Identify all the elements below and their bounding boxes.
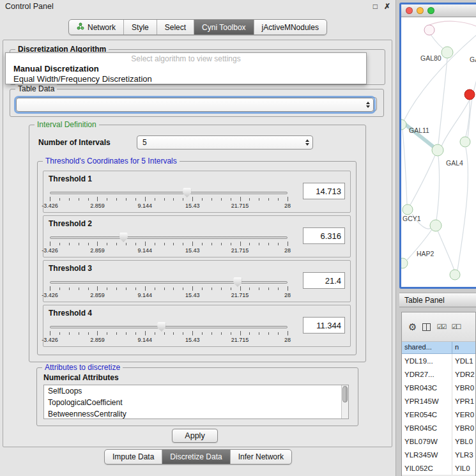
threshold-value-field[interactable]: 14.713: [303, 183, 345, 199]
table-cell-name[interactable]: YLR3: [452, 448, 475, 461]
network-node[interactable]: [441, 47, 453, 58]
threshold-1-slider[interactable]: -3.4262.8599.14415.4321.71528: [50, 188, 288, 211]
table-cell-shared-name[interactable]: YDR27...: [402, 367, 452, 381]
tab-style[interactable]: Style: [123, 20, 157, 35]
network-node[interactable]: [460, 137, 470, 147]
threshold-2-slider[interactable]: -3.4262.8599.14415.4321.71528: [50, 233, 288, 256]
threshold-value-field[interactable]: 21.4: [303, 272, 345, 289]
threshold-label: Threshold 3: [49, 264, 92, 273]
minimize-traffic-light[interactable]: [417, 7, 424, 14]
threshold-value-field[interactable]: 11.344: [303, 317, 345, 334]
table-row[interactable]: YBR045CYBR0: [402, 421, 475, 434]
algorithm-option-manual[interactable]: Manual Discretization: [6, 64, 366, 74]
network-node[interactable]: [403, 204, 413, 215]
table-cell-shared-name[interactable]: YLR345W: [402, 448, 452, 461]
columns-icon[interactable]: [422, 323, 431, 331]
threshold-4-slider[interactable]: -3.4262.8599.14415.4321.71528: [50, 322, 288, 345]
table-row[interactable]: YER054CYER0: [402, 408, 475, 421]
scrollbar-thumb[interactable]: [342, 386, 348, 403]
tab-network[interactable]: Network: [69, 20, 123, 35]
table-cell-name[interactable]: YBL0: [452, 434, 475, 448]
network-node-label: GAL11: [409, 127, 429, 134]
numerical-attributes-list[interactable]: SelfLoopsTopologicalCoefficientBetweenne…: [43, 385, 349, 419]
close-traffic-light[interactable]: [406, 7, 413, 14]
tab-discretize-data[interactable]: Discretize Data: [162, 450, 229, 464]
network-node[interactable]: [450, 270, 460, 280]
slider-thumb[interactable]: [157, 322, 165, 332]
table-row[interactable]: YDL19...YDL1: [402, 354, 475, 367]
attribute-list-item[interactable]: TopologicalCoefficient: [44, 397, 348, 408]
select-all-icon[interactable]: ☑☑: [436, 324, 445, 330]
tab-label: Cyni Toolbox: [202, 23, 245, 32]
table-cell-name[interactable]: YIL0: [452, 461, 475, 475]
gear-icon[interactable]: ⚙: [408, 322, 417, 332]
float-window-icon[interactable]: □: [373, 3, 378, 10]
network-node[interactable]: [401, 119, 406, 130]
table-row[interactable]: YBR043CYBR0: [402, 381, 475, 394]
slider-tick: [164, 288, 165, 290]
table-cell-name[interactable]: YDR2: [452, 367, 475, 381]
slider-tick-label: 28: [284, 337, 291, 343]
slider-tick: [268, 198, 269, 201]
zoom-traffic-light[interactable]: [427, 7, 434, 14]
threshold-value-field[interactable]: 6.316: [303, 227, 345, 244]
slider-thumb[interactable]: [119, 233, 128, 242]
slider-thumb[interactable]: [183, 188, 191, 197]
network-node[interactable]: [424, 25, 434, 35]
list-scrollbar[interactable]: [341, 385, 348, 418]
threshold-3-slider[interactable]: -3.4262.8599.14415.4321.71528: [50, 277, 288, 300]
network-node[interactable]: [430, 220, 441, 231]
slider-tick: [268, 243, 269, 245]
table-row[interactable]: YIL052CYIL0: [402, 461, 475, 475]
tab-select[interactable]: Select: [157, 20, 194, 35]
table-cell-name[interactable]: YDL1: [452, 354, 475, 367]
slider-track[interactable]: [50, 326, 288, 328]
slider-tick: [259, 198, 259, 201]
table-cell-shared-name[interactable]: YBR043C: [402, 381, 452, 394]
table-cell-shared-name[interactable]: YPR145W: [402, 394, 452, 408]
slider-track[interactable]: [50, 236, 288, 239]
attribute-list-item[interactable]: BetweennessCentrality: [44, 408, 348, 419]
close-icon[interactable]: ✗: [384, 3, 390, 10]
algorithm-select[interactable]: [16, 98, 374, 112]
apply-button[interactable]: Apply: [172, 429, 218, 443]
table-row[interactable]: YPR145WYPR1: [402, 394, 475, 408]
slider-tick-label: 2.859: [90, 292, 105, 298]
table-cell-name[interactable]: YBR0: [452, 421, 475, 434]
table-cell-shared-name[interactable]: YBR045C: [402, 421, 452, 434]
table-row[interactable]: YDR27...YDR2: [402, 367, 475, 381]
table-cell-shared-name[interactable]: YDL19...: [402, 354, 452, 367]
table-cell-shared-name[interactable]: YBL079W: [402, 434, 452, 448]
slider-track[interactable]: [50, 281, 288, 284]
table-cell-name[interactable]: YPR1: [452, 394, 475, 408]
tab-cyni-toolbox[interactable]: Cyni Toolbox: [194, 20, 253, 35]
threshold-1-panel: Threshold 1 -3.4262.8599.14415.4321.7152…: [43, 171, 351, 213]
network-node[interactable]: [432, 144, 443, 156]
slider-thumb[interactable]: [233, 277, 242, 287]
table-cell-name[interactable]: YER0: [452, 408, 475, 421]
column-header-name[interactable]: n: [452, 342, 475, 353]
table-cell-name[interactable]: YBR0: [452, 381, 475, 394]
column-header-shared-name[interactable]: shared...: [402, 342, 452, 353]
tab-jactivemodules[interactable]: jActiveMNodules: [254, 20, 326, 35]
slider-tick: [97, 331, 98, 335]
slider-track[interactable]: [50, 192, 288, 194]
num-intervals-select[interactable]: 5: [137, 135, 313, 150]
slider-tick: [183, 288, 183, 290]
threshold-4-panel: Threshold 4 -3.4262.8599.14415.4321.7152…: [43, 305, 351, 347]
table-cell-shared-name[interactable]: YER054C: [402, 408, 452, 421]
attribute-list-item[interactable]: SelfLoops: [44, 385, 348, 397]
algorithm-option-equal-width[interactable]: Equal Width/Frequency Discretization: [6, 74, 366, 84]
table-row[interactable]: YLR345WYLR3: [402, 448, 475, 461]
network-node[interactable]: [401, 258, 408, 268]
deselect-all-icon[interactable]: ☑☐: [451, 324, 460, 330]
table-row[interactable]: YBL079WYBL0: [402, 434, 475, 448]
table-cell-shared-name[interactable]: YIL052C: [402, 461, 452, 475]
tab-impute-data[interactable]: Impute Data: [105, 450, 162, 464]
control-panel-titlebar: Control Panel □ ✗: [0, 0, 395, 13]
slider-tick: [202, 198, 203, 201]
network-canvas[interactable]: GAL80GAGAL11GAL4GCY1HAP2: [401, 17, 476, 287]
tab-infer-network[interactable]: Infer Network: [230, 450, 291, 464]
desktop: Control Panel □ ✗ Network Style Select C…: [0, 0, 476, 476]
network-node[interactable]: [464, 89, 475, 100]
